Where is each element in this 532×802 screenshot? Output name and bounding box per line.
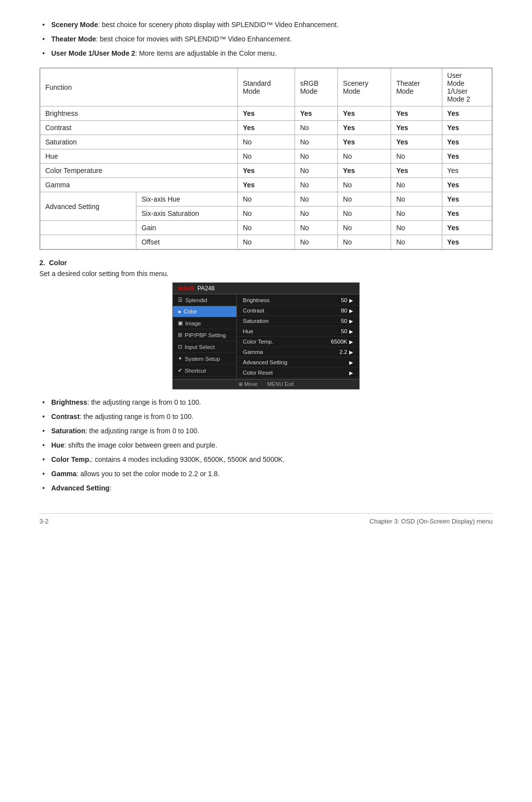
sidebar-item-system: ✦ System Setup (173, 353, 236, 365)
cell-saturation-user: Yes (442, 135, 492, 149)
cell-empty-label (40, 221, 136, 235)
arrow-icon: ▶ (349, 349, 353, 355)
cell-offset-srgb: No (295, 235, 338, 249)
page-footer: 3-2 Chapter 3: OSD (On-Screen Display) m… (39, 513, 493, 525)
label-advanced: Advanced Setting (51, 484, 109, 492)
menu-row-advanced: Advanced Setting ▶ (237, 357, 359, 368)
menu-row-colorreset: Color Reset ▶ (237, 368, 359, 378)
cell-hue-standard: No (237, 149, 295, 164)
cell-gamma-standard: Yes (237, 178, 295, 192)
text-gamma: : allows you to set the color mode to 2.… (76, 470, 219, 478)
menu-value-colorreset: ▶ (349, 370, 353, 376)
asus-logo: /ASUS (178, 285, 195, 291)
cell-sixaxis-sat-label: Six-axis Saturation (136, 207, 238, 221)
cell-saturation-standard: No (237, 135, 295, 149)
cell-sixaxis-sat-scenery: No (338, 207, 391, 221)
bullet-theater: Theater Mode: best choice for movies wit… (39, 34, 493, 44)
cell-hue-theater: No (391, 149, 442, 164)
cell-brightness-standard: Yes (237, 106, 295, 121)
menu-label-brightness: Brightness (243, 297, 269, 303)
bullet-text-theater: : best choice for movies with SPLENDID™ … (96, 35, 292, 43)
cell-offset-user: Yes (442, 235, 492, 249)
cell-hue-user: Yes (442, 149, 492, 164)
bullet-advanced: Advanced Setting: (39, 483, 493, 493)
text-contrast: : the adjusting range is from 0 to 100. (80, 413, 194, 420)
menu-value-brightness: 50 ▶ (341, 297, 353, 303)
cell-colortemp-user: Yes (442, 164, 492, 178)
cell-offset-label: Offset (136, 235, 238, 249)
cell-colortemp-standard: Yes (237, 164, 295, 178)
cell-contrast-user: Yes (442, 121, 492, 135)
sidebar-item-splendid: ☰ Splendid (173, 294, 236, 306)
cell-colortemp-srgb: No (295, 164, 338, 178)
menu-label-contrast: Contrast (243, 308, 264, 314)
menu-label-advanced: Advanced Setting (243, 359, 287, 365)
cell-gamma-user: Yes (442, 178, 492, 192)
bullet-brightness: Brightness: the adjusting range is from … (39, 397, 493, 408)
sidebar-item-shortcut: ✔ Shortcut (173, 365, 236, 377)
footer-chapter-title: Chapter 3: OSD (On-Screen Display) menu (369, 518, 493, 525)
shortcut-icon: ✔ (178, 367, 182, 374)
sidebar-label-pip: PIP/PBP Setting (185, 332, 226, 338)
feature-table: Function StandardMode sRGBMode SceneryMo… (39, 68, 493, 250)
menu-sidebar: ☰ Splendid ● Color ▣ Image ⊞ PIP/PBP Set… (173, 294, 237, 379)
menu-value-saturation: 50 ▶ (341, 318, 353, 324)
label-colortemp: Color Temp. (51, 455, 91, 463)
arrow-icon: ▶ (349, 298, 353, 303)
menu-label-hue: Hue (243, 328, 253, 334)
arrow-icon: ▶ (349, 329, 353, 334)
bullet-text-usermode: : More items are adjustable in the Color… (135, 49, 276, 57)
col-scenery: SceneryMode (338, 69, 391, 106)
cell-colortemp-scenery: Yes (338, 164, 391, 178)
table-row: Advanced Setting Six-axis Hue No No No N… (40, 192, 492, 207)
menu-label-colortemp: Color Temp. (243, 339, 273, 345)
cell-offset-scenery: No (338, 235, 391, 249)
cell-brightness-srgb: Yes (295, 106, 338, 121)
menu-value-advanced: ▶ (349, 359, 353, 365)
footer-page-number: 3-2 (39, 518, 49, 525)
menu-screenshot: /ASUS PA248 ☰ Splendid ● Color ▣ Image ⊞ (172, 282, 360, 389)
cell-sixaxis-hue-standard: No (237, 192, 295, 207)
arrow-icon: ▶ (349, 360, 353, 365)
cell-sixaxis-sat-srgb: No (295, 207, 338, 221)
arrow-icon: ▶ (349, 370, 353, 376)
bullet-label-scenery: Scenery Mode (51, 21, 98, 29)
bullet-scenery: Scenery Mode: best choice for scenery ph… (39, 20, 493, 30)
cell-sixaxis-hue-user: Yes (442, 192, 492, 207)
cell-hue-scenery: No (338, 149, 391, 164)
text-colortemp: : contains 4 modes including 9300K, 6500… (91, 455, 285, 463)
cell-brightness-scenery: Yes (338, 106, 391, 121)
cell-gain-standard: No (237, 221, 295, 235)
cell-brightness-label: Brightness (40, 106, 238, 121)
bullet-colortemp: Color Temp.: contains 4 modes including … (39, 454, 493, 465)
menu-content: Brightness 50 ▶ Contrast 80 ▶ Saturation… (237, 294, 359, 379)
cell-brightness-theater: Yes (391, 106, 442, 121)
arrow-icon: ▶ (349, 308, 353, 314)
sidebar-label-image: Image (185, 320, 201, 326)
bottom-bullet-list: Brightness: the adjusting range is from … (39, 397, 493, 493)
table-row: Hue No No No No Yes (40, 149, 492, 164)
sidebar-label-shortcut: Shortcut (185, 368, 206, 374)
color-section-heading: 2. Color (39, 259, 493, 267)
col-standard: StandardMode (237, 69, 295, 106)
menu-value-gamma: 2.2 ▶ (339, 349, 353, 355)
menu-label-gamma: Gamma (243, 349, 263, 355)
sidebar-item-color[interactable]: ● Color (173, 306, 236, 317)
bullet-text-scenery: : best choice for scenery photo display … (98, 21, 338, 29)
cell-empty2-label (40, 235, 136, 249)
cell-sixaxis-hue-label: Six-axis Hue (136, 192, 238, 207)
cell-hue-label: Hue (40, 149, 238, 164)
menu-row-gamma: Gamma 2.2 ▶ (237, 347, 359, 357)
arrow-icon: ▶ (349, 339, 353, 345)
label-saturation: Saturation (51, 427, 85, 435)
sidebar-label-input: Input Select (185, 344, 215, 350)
text-hue: : shifts the image color between green a… (64, 441, 217, 449)
system-icon: ✦ (178, 355, 182, 362)
cell-colortemp-label: Color Temperature (40, 164, 238, 178)
cell-gamma-theater: No (391, 178, 442, 192)
sidebar-label-splendid: Splendid (185, 297, 207, 303)
col-srgb: sRGBMode (295, 69, 338, 106)
image-icon: ▣ (178, 320, 183, 326)
cell-gain-user: Yes (442, 221, 492, 235)
cell-saturation-label: Saturation (40, 135, 238, 149)
